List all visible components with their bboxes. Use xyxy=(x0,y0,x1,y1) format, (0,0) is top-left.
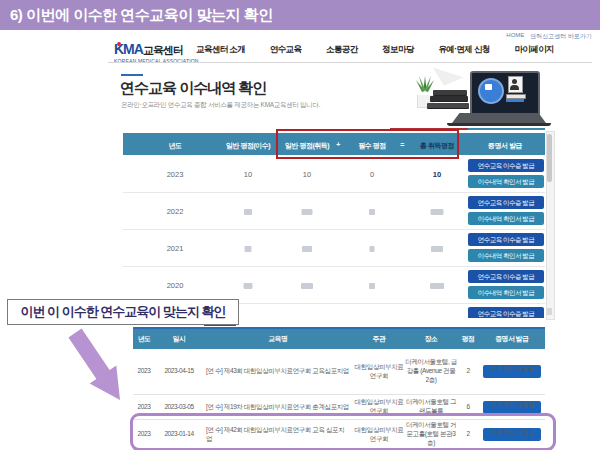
issue-certificate-button[interactable]: 연수교육 이수증 발급 xyxy=(468,233,544,246)
col-cert: 증명서 발급 xyxy=(488,141,522,151)
home-link[interactable]: HOME xyxy=(506,32,524,41)
masked-value xyxy=(431,246,443,252)
issue-history-button[interactable]: 이수내역 확인서 발급 xyxy=(468,249,544,262)
nav-item-training[interactable]: 연수교육 xyxy=(270,44,302,56)
nav-item-mypage[interactable]: 마이페이지 xyxy=(514,44,554,56)
nav-item-about[interactable]: 교육센터 소개 xyxy=(196,44,245,56)
cell-year: 2021 xyxy=(167,244,184,253)
red-highlight-box xyxy=(276,129,459,159)
masked-value xyxy=(302,246,312,252)
col-organizer: 주관 xyxy=(353,334,405,344)
title-accent-bar xyxy=(121,74,143,76)
col-general-completed: 일반 평점(이수) xyxy=(226,141,270,151)
avatar-body xyxy=(510,85,519,90)
summary-table: 년도 일반 평점(이수) 일반 평점(취득) + 필수 평점 = 총 취득평점 … xyxy=(123,131,545,318)
col-cert: 증명서 발급 xyxy=(479,334,545,344)
quick-links: HOME 면허신고센터 바로가기 xyxy=(506,32,592,41)
cell-general-completed: 10 xyxy=(244,170,252,179)
masked-value xyxy=(244,209,252,215)
scrollbar-down-button[interactable] xyxy=(547,308,552,315)
issue-confirmation-button[interactable]: 이수확인서 발급 xyxy=(483,365,541,378)
issue-history-button[interactable]: 이수내역 확인서 발급 xyxy=(468,286,544,299)
kma-logo-kma: KMA xyxy=(114,41,143,57)
col-points: 평점 xyxy=(457,334,479,344)
laptop-base xyxy=(447,123,551,126)
books-icon xyxy=(433,88,469,108)
masked-value xyxy=(431,209,444,215)
cell-points: 2 xyxy=(457,367,479,376)
col-place: 장소 xyxy=(405,334,457,344)
issue-history-button[interactable]: 이수내역 확인서 발급 xyxy=(468,212,544,225)
purple-highlight-box xyxy=(130,413,556,450)
masked-value xyxy=(245,246,252,252)
masked-value xyxy=(369,209,375,215)
issue-history-button[interactable]: 이수내역 확인서 발급 xyxy=(468,175,544,188)
table-row: 2022 연수교육 이수증 발급 이수내역 확인서 발급 xyxy=(123,192,545,230)
license-center-link[interactable]: 면허신고센터 바로가기 xyxy=(530,32,592,41)
masked-value xyxy=(302,209,313,215)
cell-required: 0 xyxy=(370,170,374,179)
banner-underline-blue xyxy=(468,128,545,130)
slide: 6) 이번에 이수한 연수교육이 맞는지 확인 HOME 면허신고센터 바로가기… xyxy=(0,0,600,450)
page-subtitle: 온라인·오프라인 연수교육 종합 서비스를 제공하는 KMA교육센터 입니다. xyxy=(121,101,320,110)
nav-divider xyxy=(108,62,592,63)
cell-course: [연 수] 제19차 대한임상피부치료연구회 춘계심포지엄 xyxy=(203,403,353,412)
issue-certificate-button[interactable]: 연수교육 이수증 발급 xyxy=(468,159,544,172)
slide-title: 6) 이번에 이수한 연수교육이 맞는지 확인 xyxy=(10,0,273,30)
kma-logo-text: KMA xyxy=(114,41,143,57)
cell-year: 2020 xyxy=(167,281,184,290)
table-row: 2023 10 10 0 10 연수교육 이수증 발급 이수내역 확인서 발급 xyxy=(123,155,545,193)
kma-logo-suffix: 교육센터 xyxy=(143,44,183,56)
masked-value xyxy=(369,283,375,289)
cell-place: 더케이서울호텔, 금강홀 (Avenue 건물 2층) xyxy=(405,358,457,384)
login-lock-circle xyxy=(478,78,504,104)
nav-item-community[interactable]: 소통공간 xyxy=(326,44,358,56)
login-button-bar xyxy=(506,99,524,102)
cell-total: 10 xyxy=(433,170,441,179)
cell-general-earned: 10 xyxy=(303,170,311,179)
col-date: 일시 xyxy=(155,334,203,344)
kma-logo[interactable]: KMA교육센터 KOREAN MEDICAL ASSOCIATION xyxy=(114,41,199,64)
avatar-head xyxy=(512,79,517,84)
issue-certificate-button[interactable]: 연수교육 이수증 발급 xyxy=(468,307,544,318)
detail-table-header: 년도 일시 교육명 주관 장소 평점 증명서 발급 xyxy=(133,329,545,349)
callout-text: 이번 이 이수한 연수교육이 맞는지 확인 xyxy=(20,303,225,321)
issue-certificate-button[interactable]: 연수교육 이수증 발급 xyxy=(468,196,544,209)
cell-organizer: 대한임상피부치료연구회 xyxy=(353,363,405,381)
nav-item-info[interactable]: 정보마당 xyxy=(382,44,414,56)
main-nav: 교육센터 소개 연수교육 소통공간 정보마당 유예·면제 신청 마이페이지 xyxy=(196,44,554,56)
issue-confirmation-button[interactable]: 이수확인서 발급 xyxy=(483,401,541,414)
cell-year: 2022 xyxy=(167,207,184,216)
lock-icon xyxy=(485,84,492,90)
masked-value xyxy=(244,283,253,289)
laptop-keyboard xyxy=(452,113,546,123)
nav-item-deferral[interactable]: 유예·면제 신청 xyxy=(438,44,489,56)
purple-arrow-icon xyxy=(50,322,140,417)
masked-value xyxy=(430,283,444,289)
cell-course: [연 수] 제43회 대한임상피부치료연구회 교육심포지엄 xyxy=(203,367,353,376)
col-course: 교육명 xyxy=(203,334,353,344)
table-row: 2021 연수교육 이수증 발급 이수내역 확인서 발급 xyxy=(123,229,545,267)
cell-date: 2023-03-05 xyxy=(155,403,203,412)
masked-value xyxy=(301,283,313,289)
col-year: 년도 xyxy=(169,141,182,151)
cell-points: 6 xyxy=(457,403,479,412)
cell-year: 2023 xyxy=(167,170,184,179)
page-title: 연수교육 이수내역 확인 xyxy=(120,79,266,98)
table-row: 2023 2023-04-15 [연 수] 제43회 대한임상피부치료연구회 교… xyxy=(133,349,545,395)
cell-date: 2023-04-15 xyxy=(155,367,203,376)
masked-value xyxy=(370,246,375,252)
scrollbar-thumb[interactable] xyxy=(547,134,552,182)
issue-certificate-button[interactable]: 연수교육 이수증 발급 xyxy=(468,270,544,283)
